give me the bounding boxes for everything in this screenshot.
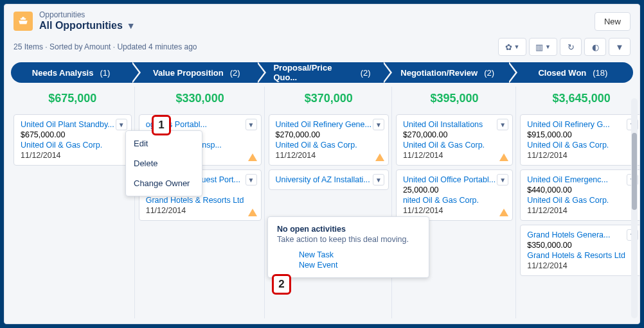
warning-icon xyxy=(248,209,257,216)
card-menu-button[interactable]: ▼ xyxy=(246,119,257,130)
warning-icon xyxy=(375,153,384,161)
account-link[interactable]: United Oil & Gas Corp. xyxy=(403,141,496,150)
opportunity-link[interactable]: United Oil Office Portabl... xyxy=(403,175,496,184)
kanban-board: $675,000 ▼ United Oil Plant Standby... $… xyxy=(4,87,640,324)
view-name-text: All Opportunities xyxy=(39,20,123,31)
opportunity-card[interactable]: ▼ United Oil Emergenc... $440,000.00 Uni… xyxy=(520,169,640,221)
opportunity-card[interactable]: ▼ United Oil Refinery G... $915,000.00 U… xyxy=(520,114,640,166)
account-link[interactable]: United Oil & Gas Corp. xyxy=(527,196,625,205)
close-date: 11/12/2014 xyxy=(146,206,244,215)
app-frame: Opportunities All Opportunities ▼ New 25… xyxy=(4,4,640,324)
opportunity-link[interactable]: Grand Hotels Genera... xyxy=(527,230,625,239)
chevron-down-icon: ▼ xyxy=(545,44,551,50)
column-sum: $3,645,000 xyxy=(517,87,640,114)
activity-popover: No open activities Take action to keep t… xyxy=(267,216,429,278)
vertical-scrollbar[interactable] xyxy=(631,98,638,318)
card-action-menu: Edit Delete Change Owner xyxy=(125,130,202,196)
account-link[interactable]: United Oil & Gas Corp. xyxy=(21,141,114,150)
account-link[interactable]: Grand Hotels & Resorts Ltd xyxy=(527,251,625,260)
warning-icon xyxy=(499,153,508,161)
stage-ribbon: Needs Analysis(1) Value Proposition(2) P… xyxy=(4,61,640,87)
chevron-down-icon: ▼ xyxy=(127,21,136,31)
popover-desc: Take action to keep this deal moving. xyxy=(277,235,420,244)
opportunity-card[interactable]: ▼ United Oil Office Portabl... 25,000.00… xyxy=(396,169,513,221)
sub-header: 25 Items · Sorted by Amount · Updated 4 … xyxy=(4,35,640,61)
opportunity-link[interactable]: United Oil Refinery G... xyxy=(527,120,625,129)
amount-value: $675,000.00 xyxy=(21,130,114,139)
amount-value: $915,000.00 xyxy=(527,130,625,139)
kanban-column: $3,645,000 ▼ United Oil Refinery G... $9… xyxy=(517,87,640,318)
stage-closed-won[interactable]: Closed Won(18) xyxy=(508,62,633,83)
callout-2: 2 xyxy=(272,274,291,295)
chart-button[interactable]: ◐ xyxy=(584,38,606,56)
list-meta: 25 Items · Sorted by Amount · Updated 4 … xyxy=(13,42,498,51)
new-task-link[interactable]: New Task xyxy=(299,250,420,259)
close-date: 11/12/2014 xyxy=(527,151,625,160)
list-settings-button[interactable]: ✿▼ xyxy=(498,38,526,56)
close-date: 11/12/2014 xyxy=(527,261,625,270)
opportunity-card[interactable]: ▼ United Oil Plant Standby... $675,000.0… xyxy=(13,114,132,166)
amount-value: $440,000.00 xyxy=(527,186,625,194)
scroll-thumb[interactable] xyxy=(632,133,637,210)
gear-icon: ✿ xyxy=(505,42,512,52)
account-link[interactable]: United Oil & Gas Corp. xyxy=(527,141,625,150)
menu-item-edit[interactable]: Edit xyxy=(126,134,202,153)
warning-icon xyxy=(248,153,257,161)
card-menu-button[interactable]: ▼ xyxy=(373,174,384,186)
opportunity-link[interactable]: United Oil Refinery Gene... xyxy=(276,120,371,129)
close-date: 11/12/2014 xyxy=(21,151,114,160)
amount-value: $270,000.00 xyxy=(276,130,371,139)
card-menu-button[interactable]: ▼ xyxy=(497,174,508,186)
stage-needs-analysis[interactable]: Needs Analysis(1) xyxy=(11,62,131,83)
amount-value: $270,000.00 xyxy=(403,130,496,139)
filter-icon: ▼ xyxy=(616,42,624,52)
column-sum: $330,000 xyxy=(136,87,264,114)
pie-icon: ◐ xyxy=(592,42,599,52)
close-date: 11/12/2014 xyxy=(276,151,371,160)
object-label: Opportunities xyxy=(39,11,595,20)
account-link[interactable]: United Oil & Gas Corp. xyxy=(276,141,371,150)
close-date: 11/12/2014 xyxy=(527,206,625,215)
column-sum: $370,000 xyxy=(266,87,391,114)
refresh-icon: ↻ xyxy=(568,42,575,52)
kanban-column: $395,000 ▼ United Oil Installations $270… xyxy=(393,87,516,318)
card-menu-button[interactable]: ▼ xyxy=(373,119,384,130)
new-button[interactable]: New xyxy=(595,12,631,31)
warning-icon xyxy=(499,209,508,216)
list-toolbar: ✿▼ ▥▼ ↻ ◐ ▼ xyxy=(498,38,631,56)
opportunity-icon xyxy=(13,12,33,31)
column-sum: $395,000 xyxy=(393,87,515,114)
opportunity-card[interactable]: ▼ Grand Hotels Genera... $350,000.00 Gra… xyxy=(520,225,640,276)
title-group: Opportunities All Opportunities ▼ xyxy=(39,11,595,31)
amount-value: 25,000.00 xyxy=(403,186,496,194)
refresh-button[interactable]: ↻ xyxy=(560,38,582,56)
opportunity-card[interactable]: ▼ United Oil Refinery Gene... $270,000.0… xyxy=(269,114,389,166)
list-view-picker[interactable]: All Opportunities ▼ xyxy=(39,20,595,31)
stage-negotiation[interactable]: Negotiation/Review(2) xyxy=(382,62,508,83)
opportunity-link[interactable]: United Oil Plant Standby... xyxy=(21,120,114,129)
display-as-button[interactable]: ▥▼ xyxy=(529,38,557,56)
popover-title: No open activities xyxy=(277,225,420,234)
new-event-link[interactable]: New Event xyxy=(299,261,420,270)
amount-value: $350,000.00 xyxy=(527,241,625,250)
menu-item-delete[interactable]: Delete xyxy=(126,153,202,173)
account-link[interactable]: Grand Hotels & Resorts Ltd xyxy=(146,196,244,205)
menu-item-change-owner[interactable]: Change Owner xyxy=(126,173,202,193)
table-icon: ▥ xyxy=(535,42,543,52)
account-link[interactable]: nited Oil & Gas Corp. xyxy=(403,196,496,205)
chevron-down-icon: ▼ xyxy=(514,44,520,50)
card-menu-button[interactable]: ▼ xyxy=(116,119,127,130)
close-date: 11/12/2014 xyxy=(403,151,496,160)
opportunity-link[interactable]: United Oil Installations xyxy=(403,120,496,129)
card-menu-button[interactable]: ▼ xyxy=(246,174,257,186)
stage-proposal[interactable]: Proposal/Price Quo...(2) xyxy=(256,62,382,83)
column-sum: $675,000 xyxy=(11,87,134,114)
opportunity-card[interactable]: ▼ University of AZ Installati... xyxy=(269,169,389,190)
opportunity-link[interactable]: United Oil Emergenc... xyxy=(527,175,625,184)
stage-value-proposition[interactable]: Value Proposition(2) xyxy=(131,62,256,83)
opportunity-link[interactable]: University of AZ Installati... xyxy=(276,175,371,184)
card-menu-button[interactable]: ▼ xyxy=(497,119,508,130)
filter-button[interactable]: ▼ xyxy=(609,38,631,56)
close-date: 11/12/2014 xyxy=(403,206,496,215)
opportunity-card[interactable]: ▼ United Oil Installations $270,000.00 U… xyxy=(396,114,513,166)
